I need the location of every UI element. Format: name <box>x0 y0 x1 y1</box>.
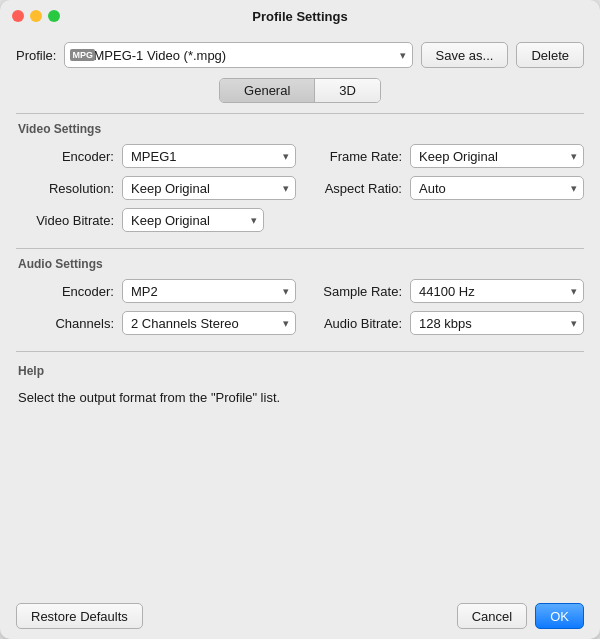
footer-right-buttons: Cancel OK <box>457 603 584 629</box>
tab-3d[interactable]: 3D <box>315 79 380 102</box>
footer: Restore Defaults Cancel OK <box>0 593 600 639</box>
frame-rate-label: Frame Rate: <box>312 149 402 164</box>
save-as-button[interactable]: Save as... <box>421 42 509 68</box>
frame-rate-control: Keep Original 24 fps 25 fps 30 fps <box>410 144 584 168</box>
audio-settings-grid: Encoder: MP2 MP3 AAC AC3 Sample Rate: <box>16 279 584 335</box>
encoder-select[interactable]: MPEG1 MPEG2 H.264 H.265 <box>122 144 296 168</box>
divider-help <box>16 351 584 352</box>
aspect-ratio-label: Aspect Ratio: <box>312 181 402 196</box>
sample-rate-control: 44100 Hz 22050 Hz 48000 Hz <box>410 279 584 303</box>
audio-encoder-select[interactable]: MP2 MP3 AAC AC3 <box>122 279 296 303</box>
profile-select[interactable]: MPEG-1 Video (*.mpg) MPEG-2 Video (*.mpg… <box>64 42 412 68</box>
video-bitrate-control: Keep Original 500 kbps 1000 kbps 2000 kb… <box>122 208 264 232</box>
channels-row: Channels: 2 Channels Stereo 1 Channel Mo… <box>24 311 296 335</box>
video-bitrate-label: Video Bitrate: <box>24 213 114 228</box>
resolution-row: Resolution: Keep Original 320x240 640x48… <box>24 176 296 200</box>
audio-settings-header: Audio Settings <box>16 257 584 271</box>
tabs-row: General 3D <box>16 78 584 103</box>
encoder-row: Encoder: MPEG1 MPEG2 H.264 H.265 <box>24 144 296 168</box>
aspect-ratio-control: Auto 4:3 16:9 1:1 <box>410 176 584 200</box>
aspect-ratio-row: Aspect Ratio: Auto 4:3 16:9 1:1 <box>312 176 584 200</box>
title-bar: Profile Settings <box>0 0 600 32</box>
audio-encoder-row: Encoder: MP2 MP3 AAC AC3 <box>24 279 296 303</box>
close-button[interactable] <box>12 10 24 22</box>
maximize-button[interactable] <box>48 10 60 22</box>
sample-rate-row: Sample Rate: 44100 Hz 22050 Hz 48000 Hz <box>312 279 584 303</box>
cancel-button[interactable]: Cancel <box>457 603 527 629</box>
encoder-label: Encoder: <box>24 149 114 164</box>
audio-bitrate-label: Audio Bitrate: <box>312 316 402 331</box>
audio-bitrate-control: 128 kbps 64 kbps 192 kbps 256 kbps <box>410 311 584 335</box>
traffic-lights <box>12 10 60 22</box>
channels-label: Channels: <box>24 316 114 331</box>
audio-encoder-label: Encoder: <box>24 284 114 299</box>
tab-general[interactable]: General <box>220 79 315 102</box>
video-bitrate-select[interactable]: Keep Original 500 kbps 1000 kbps 2000 kb… <box>122 208 264 232</box>
audio-encoder-control: MP2 MP3 AAC AC3 <box>122 279 296 303</box>
minimize-button[interactable] <box>30 10 42 22</box>
profile-label: Profile: <box>16 48 56 63</box>
resolution-select[interactable]: Keep Original 320x240 640x480 1280x720 <box>122 176 296 200</box>
restore-defaults-button[interactable]: Restore Defaults <box>16 603 143 629</box>
resolution-label: Resolution: <box>24 181 114 196</box>
audio-bitrate-row: Audio Bitrate: 128 kbps 64 kbps 192 kbps… <box>312 311 584 335</box>
aspect-ratio-select[interactable]: Auto 4:3 16:9 1:1 <box>410 176 584 200</box>
main-content: Profile: MPG MPEG-1 Video (*.mpg) MPEG-2… <box>0 32 600 593</box>
sample-rate-label: Sample Rate: <box>312 284 402 299</box>
audio-settings-section: Audio Settings Encoder: MP2 MP3 AAC AC3 <box>16 249 584 335</box>
help-text: Select the output format from the "Profi… <box>16 386 584 409</box>
profile-row: Profile: MPG MPEG-1 Video (*.mpg) MPEG-2… <box>16 42 584 68</box>
video-settings-grid: Encoder: MPEG1 MPEG2 H.264 H.265 Frame R… <box>16 144 584 200</box>
resolution-control: Keep Original 320x240 640x480 1280x720 <box>122 176 296 200</box>
help-header: Help <box>16 364 584 378</box>
channels-select[interactable]: 2 Channels Stereo 1 Channel Mono 6 Chann… <box>122 311 296 335</box>
ok-button[interactable]: OK <box>535 603 584 629</box>
video-settings-section: Video Settings Encoder: MPEG1 MPEG2 H.26… <box>16 114 584 232</box>
audio-bitrate-select[interactable]: 128 kbps 64 kbps 192 kbps 256 kbps <box>410 311 584 335</box>
video-settings-header: Video Settings <box>16 122 584 136</box>
profile-settings-window: Profile Settings Profile: MPG MPEG-1 Vid… <box>0 0 600 639</box>
window-title: Profile Settings <box>252 9 347 24</box>
encoder-control: MPEG1 MPEG2 H.264 H.265 <box>122 144 296 168</box>
profile-select-wrapper: MPG MPEG-1 Video (*.mpg) MPEG-2 Video (*… <box>64 42 412 68</box>
sample-rate-select[interactable]: 44100 Hz 22050 Hz 48000 Hz <box>410 279 584 303</box>
frame-rate-select[interactable]: Keep Original 24 fps 25 fps 30 fps <box>410 144 584 168</box>
video-bitrate-row: Video Bitrate: Keep Original 500 kbps 10… <box>16 208 584 232</box>
channels-control: 2 Channels Stereo 1 Channel Mono 6 Chann… <box>122 311 296 335</box>
tab-group: General 3D <box>219 78 381 103</box>
delete-button[interactable]: Delete <box>516 42 584 68</box>
help-section: Help Select the output format from the "… <box>16 356 584 409</box>
frame-rate-row: Frame Rate: Keep Original 24 fps 25 fps … <box>312 144 584 168</box>
